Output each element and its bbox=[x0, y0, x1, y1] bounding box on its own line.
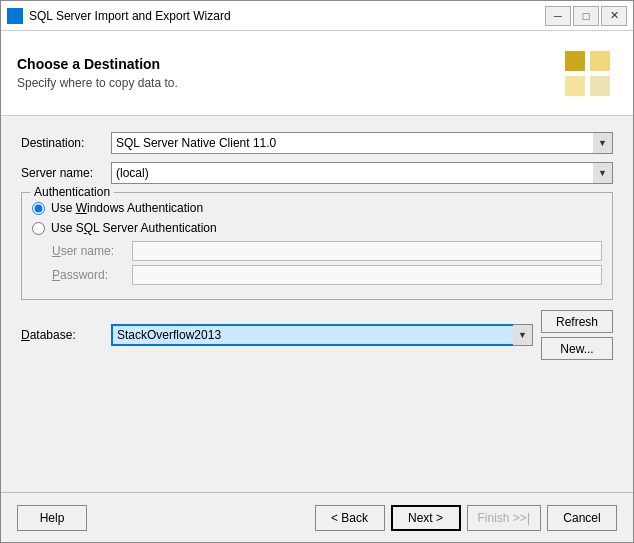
svg-rect-0 bbox=[8, 9, 14, 15]
cancel-label: Cancel bbox=[563, 511, 600, 525]
window-title: SQL Server Import and Export Wizard bbox=[29, 9, 545, 23]
help-button[interactable]: Help bbox=[17, 505, 87, 531]
svg-rect-6 bbox=[565, 76, 585, 96]
next-label: Next > bbox=[408, 511, 443, 525]
page-subtitle: Specify where to copy data to. bbox=[17, 76, 557, 90]
next-button[interactable]: Next > bbox=[391, 505, 461, 531]
server-select[interactable]: (local) bbox=[111, 162, 613, 184]
auth-legend: Authentication bbox=[30, 185, 114, 199]
server-name-row: Server name: (local) ▼ bbox=[21, 162, 613, 184]
title-bar: SQL Server Import and Export Wizard ─ □ … bbox=[1, 1, 633, 31]
windows-auth-row: Use Windows Authentication bbox=[32, 201, 602, 215]
server-name-label: Server name: bbox=[21, 166, 111, 180]
cancel-button[interactable]: Cancel bbox=[547, 505, 617, 531]
windows-auth-radio[interactable] bbox=[32, 202, 45, 215]
svg-rect-5 bbox=[590, 51, 610, 71]
finish-button[interactable]: Finish >>| bbox=[467, 505, 541, 531]
auth-fields: User name: Password: bbox=[32, 241, 602, 285]
destination-label: Destination: bbox=[21, 136, 111, 150]
database-select[interactable]: StackOverflow2013 bbox=[111, 324, 533, 346]
main-window: SQL Server Import and Export Wizard ─ □ … bbox=[0, 0, 634, 543]
database-row: Database: StackOverflow2013 ▼ Refresh Ne… bbox=[21, 310, 613, 360]
sql-auth-radio[interactable] bbox=[32, 222, 45, 235]
page-header: Choose a Destination Specify where to co… bbox=[1, 31, 633, 116]
finish-label: Finish >>| bbox=[478, 511, 530, 525]
app-icon bbox=[7, 8, 23, 24]
svg-rect-2 bbox=[8, 17, 14, 23]
sql-auth-label[interactable]: Use SQL Server Authentication bbox=[51, 221, 217, 235]
header-text: Choose a Destination Specify where to co… bbox=[17, 56, 557, 90]
footer-nav-buttons: < Back Next > Finish >>| Cancel bbox=[315, 505, 617, 531]
password-row: Password: bbox=[52, 265, 602, 285]
header-icon bbox=[557, 43, 617, 103]
svg-rect-7 bbox=[590, 76, 610, 96]
destination-dropdown-arrow[interactable]: ▼ bbox=[593, 132, 613, 154]
username-input[interactable] bbox=[132, 241, 602, 261]
minimize-button[interactable]: ─ bbox=[545, 6, 571, 26]
footer: Help < Back Next > Finish >>| Cancel bbox=[1, 492, 633, 542]
username-row: User name: bbox=[52, 241, 602, 261]
password-label: Password: bbox=[52, 268, 132, 282]
back-button[interactable]: < Back bbox=[315, 505, 385, 531]
window-controls: ─ □ ✕ bbox=[545, 6, 627, 26]
form-content: Destination: SQL Server Native Client 11… bbox=[1, 116, 633, 492]
sql-auth-row: Use SQL Server Authentication bbox=[32, 221, 602, 235]
refresh-button[interactable]: Refresh bbox=[541, 310, 613, 333]
svg-rect-4 bbox=[565, 51, 585, 71]
database-select-wrap: StackOverflow2013 ▼ bbox=[111, 324, 533, 346]
destination-row: Destination: SQL Server Native Client 11… bbox=[21, 132, 613, 154]
footer-left: Help bbox=[17, 505, 315, 531]
new-button[interactable]: New... bbox=[541, 337, 613, 360]
close-button[interactable]: ✕ bbox=[601, 6, 627, 26]
destination-select[interactable]: SQL Server Native Client 11.0 bbox=[111, 132, 613, 154]
server-dropdown-arrow[interactable]: ▼ bbox=[593, 162, 613, 184]
windows-auth-label[interactable]: Use Windows Authentication bbox=[51, 201, 203, 215]
svg-rect-3 bbox=[16, 17, 22, 23]
username-label: User name: bbox=[52, 244, 132, 258]
password-input[interactable] bbox=[132, 265, 602, 285]
page-title: Choose a Destination bbox=[17, 56, 557, 72]
authentication-group: Authentication Use Windows Authenticatio… bbox=[21, 192, 613, 300]
help-label: Help bbox=[40, 511, 65, 525]
maximize-button[interactable]: □ bbox=[573, 6, 599, 26]
database-label: Database: bbox=[21, 328, 111, 342]
back-label: < Back bbox=[331, 511, 368, 525]
server-select-wrap: (local) ▼ bbox=[111, 162, 613, 184]
database-buttons: Refresh New... bbox=[541, 310, 613, 360]
destination-select-wrap: SQL Server Native Client 11.0 ▼ bbox=[111, 132, 613, 154]
svg-rect-1 bbox=[16, 9, 22, 15]
